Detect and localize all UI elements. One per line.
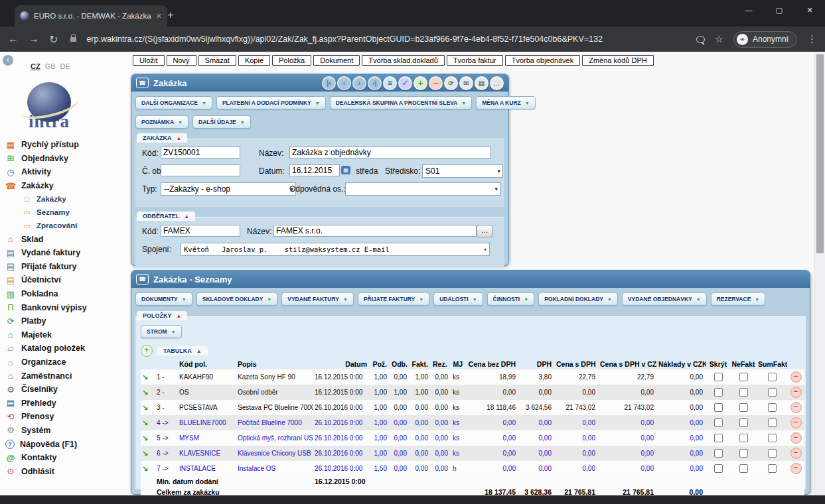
sidebar-item[interactable]: ⌂ Zaměstnanci xyxy=(5,369,129,383)
new-tab-button[interactable]: + xyxy=(167,9,174,22)
sidebar-item[interactable]: ⟲ Přenosy xyxy=(5,410,129,424)
sumfakt-checkbox[interactable] xyxy=(768,464,777,473)
nefakt-checkbox[interactable] xyxy=(739,464,748,473)
sidebar-item[interactable]: ⌂ Sklad xyxy=(5,232,129,246)
confirm-button[interactable]: ✓ xyxy=(398,76,412,90)
sidebar-item[interactable]: □ Zakázky xyxy=(5,192,129,206)
sidebar-item[interactable]: ⟳ Platby xyxy=(5,314,129,328)
zakazka-section-tab[interactable]: ZAKÁZKA xyxy=(137,133,187,143)
sidebar-item[interactable]: ▤ Přijaté faktury xyxy=(5,260,129,274)
sidebar-item[interactable]: ▤ Vydané faktury xyxy=(5,246,129,260)
first-record-button[interactable]: |‹ xyxy=(322,76,336,90)
record-list-button[interactable]: ≡ xyxy=(383,76,397,90)
close-window-button[interactable]: ✕ xyxy=(794,0,825,20)
nefakt-checkbox[interactable] xyxy=(739,418,748,427)
sumfakt-checkbox[interactable] xyxy=(768,403,777,412)
sidebar-item[interactable]: ? Nápověda (F1) xyxy=(5,437,129,451)
sidebar-item[interactable]: ⚙ Systém xyxy=(5,424,129,438)
toolbar-button[interactable]: Položka xyxy=(272,55,311,66)
sidebar-item[interactable]: ▥ Pokladna xyxy=(5,287,129,301)
refresh-button[interactable]: ⟳ xyxy=(444,76,458,90)
minimize-button[interactable]: — xyxy=(733,0,764,20)
dropdown-button[interactable]: DALŠÍ ÚDAJE xyxy=(192,115,251,129)
stredisko-select[interactable]: S01 xyxy=(422,164,503,178)
wak-intra-logo[interactable]: intra xyxy=(16,82,82,132)
dropdown-button[interactable]: UDÁLOSTI xyxy=(433,292,483,306)
bookmark-star-icon[interactable]: ☆ xyxy=(715,33,723,45)
sidebar-item[interactable]: @ Kontakty xyxy=(5,451,129,465)
sumfakt-checkbox[interactable] xyxy=(768,388,777,397)
strom-dropdown-button[interactable]: STROM xyxy=(141,325,182,338)
table-row[interactable]: 1 - KAKAHF90 Kazeta Sony HF 90 16.12.201… xyxy=(141,369,804,385)
spojeni-select[interactable]: Květoň Jaroslav p. stilz@waksystem.cz E-… xyxy=(181,243,490,256)
odberatel-section-tab[interactable]: ODBĚRATEL xyxy=(137,212,195,221)
next-record-button[interactable]: › xyxy=(352,76,366,90)
sidebar-item[interactable]: ☎ Zakázky xyxy=(5,179,129,193)
incognito-badge[interactable]: ∞ Anonymní xyxy=(733,31,797,48)
table-row[interactable]: 2 - OS Osobní odběr 16.12.2015 0:00 1,00… xyxy=(141,385,804,400)
toolbar-button[interactable]: Kopie xyxy=(238,55,270,66)
skryt-checkbox[interactable] xyxy=(714,464,723,473)
skryt-checkbox[interactable] xyxy=(714,449,723,458)
toolbar-button[interactable]: Smazat xyxy=(198,55,236,66)
sidebar-item[interactable]: ⊞ Objednávky xyxy=(5,152,129,166)
dropdown-button[interactable]: PŘIJATÉ FAKTURY xyxy=(358,292,429,306)
forward-icon[interactable]: → xyxy=(29,33,39,45)
back-icon[interactable]: ← xyxy=(8,33,19,45)
last-record-button[interactable]: ›| xyxy=(368,76,382,90)
language-option[interactable]: GB xyxy=(45,62,56,70)
sidebar-collapse-button[interactable]: ‹ xyxy=(3,55,13,66)
sidebar-item[interactable]: ⌂ Organizace xyxy=(5,355,129,369)
maximize-button[interactable]: ▢ xyxy=(764,0,794,20)
nefakt-checkbox[interactable] xyxy=(739,388,748,397)
language-option[interactable]: CZ xyxy=(31,62,40,70)
tabulka-section-tab[interactable]: TABULKA xyxy=(157,346,208,355)
datum-input[interactable] xyxy=(289,164,340,176)
sidebar-item[interactable]: Π Bankovní výpisy xyxy=(5,300,129,314)
browser-menu-icon[interactable]: ⋮ xyxy=(807,33,817,45)
page-scrollbar[interactable] xyxy=(814,52,825,495)
print-button[interactable]: ▤ xyxy=(475,76,488,90)
toolbar-button[interactable]: Tvorba objednávek xyxy=(505,55,581,66)
sidebar-item[interactable]: ▭ Seznamy xyxy=(5,206,129,219)
remove-row-button[interactable] xyxy=(790,402,802,413)
add-item-button[interactable] xyxy=(141,345,153,357)
dropdown-button[interactable]: VYDANÉ FAKTURY xyxy=(281,292,354,306)
dropdown-button[interactable]: POKLADNÍ DOKLADY xyxy=(538,292,618,306)
odpovedna-select[interactable] xyxy=(345,182,500,196)
toolbar-button[interactable]: Nový xyxy=(167,55,196,66)
address-bar[interactable]: erp.wakintra.cz/(S(jsfaxidm0wv5ljwlhxqvf… xyxy=(86,34,686,44)
skryt-checkbox[interactable] xyxy=(714,388,723,397)
odberatel-nazev-input[interactable] xyxy=(273,225,477,237)
typ-select[interactable]: --Zakázky - e-shop xyxy=(161,182,296,196)
kod-input[interactable] xyxy=(161,147,240,158)
dropdown-button[interactable]: SKLADOVÉ DOKLADY xyxy=(196,292,278,306)
toolbar-button[interactable]: Dokument xyxy=(313,55,360,66)
skryt-checkbox[interactable] xyxy=(714,418,723,427)
sidebar-item[interactable]: ⚙ Číselníky xyxy=(5,383,129,397)
sumfakt-checkbox[interactable] xyxy=(768,434,777,442)
dropdown-button[interactable]: REZERVACE xyxy=(711,292,766,306)
skryt-checkbox[interactable] xyxy=(714,373,723,381)
prev-record-button[interactable]: ‹ xyxy=(337,76,351,90)
sumfakt-checkbox[interactable] xyxy=(768,418,777,427)
mail-button[interactable]: ✉ xyxy=(459,76,473,90)
toolbar-button[interactable]: Tvorba sklad.dokladů xyxy=(362,55,445,66)
skryt-checkbox[interactable] xyxy=(714,403,723,412)
dropdown-button[interactable]: DOKUMENTY xyxy=(135,292,192,306)
sidebar-item[interactable]: ▭ Zpracování xyxy=(5,219,129,232)
sidebar-item[interactable]: ▱ Katalog položek xyxy=(5,342,129,355)
search-icon[interactable] xyxy=(696,36,705,43)
delete-record-button[interactable]: − xyxy=(429,76,443,90)
dropdown-button[interactable]: ČINNOSTI xyxy=(487,292,535,306)
sidebar-item[interactable]: ⌂ Majetek xyxy=(5,328,129,342)
table-row[interactable]: 6 -> KLAVESNICE Klávesnice Chicony USB 2… xyxy=(141,446,804,461)
table-row[interactable]: 5 -> MYSM Optická myš, rozhraní USB 26.1… xyxy=(141,430,804,446)
sidebar-item[interactable]: ⊙ Odhlásit xyxy=(5,464,129,478)
calendar-icon[interactable] xyxy=(341,166,350,174)
dropdown-button[interactable]: VYDANÉ OBJEDNÁVKY xyxy=(622,292,707,306)
nefakt-checkbox[interactable] xyxy=(739,373,748,381)
remove-row-button[interactable] xyxy=(790,387,802,398)
remove-row-button[interactable] xyxy=(790,432,802,444)
language-option[interactable]: DE xyxy=(60,62,70,70)
